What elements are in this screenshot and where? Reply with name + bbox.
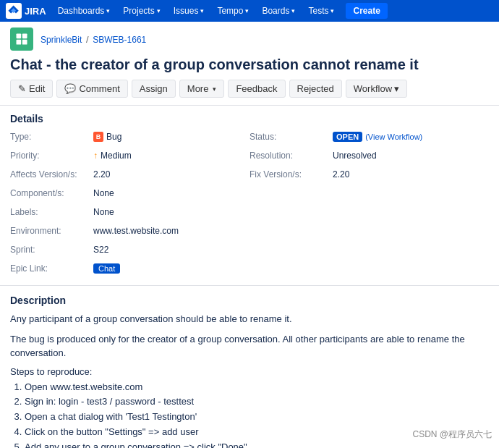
breadcrumb-issue-id[interactable]: SBWEB-1661 — [93, 35, 146, 45]
jira-text: JIRA — [25, 6, 46, 17]
more-caret-icon: ▾ — [213, 85, 216, 93]
detail-affects-version: Affects Version/s: 2.20 — [10, 168, 250, 184]
priority-label: Priority: — [10, 151, 93, 161]
detail-sprint: Sprint: S22 — [10, 243, 250, 259]
breadcrumb-area: SprinkleBit / SBWEB-1661 — [0, 22, 499, 54]
assign-label: Assign — [140, 83, 168, 94]
caret-icon: ▾ — [291, 7, 295, 14]
epic-tag[interactable]: Chat — [93, 263, 120, 274]
list-item: Open a chat dialog with 'Test1 Testingto… — [25, 410, 489, 425]
fix-version-value: 2.20 — [333, 169, 349, 179]
comment-button[interactable]: 💬 Comment — [56, 80, 127, 98]
detail-environment: Environment: www.test.website.com — [10, 224, 250, 240]
sprint-label: Sprint: — [10, 245, 93, 255]
nav-issues[interactable]: Issues▾ — [168, 0, 210, 22]
description-heading: Description — [10, 295, 489, 306]
epic-link-value: Chat — [93, 263, 120, 274]
comment-label: Comment — [79, 83, 119, 94]
details-section: Details Type: B Bug Priority: ↑ Medium A… — [0, 106, 499, 286]
nav-dashboards[interactable]: Dashboards▾ — [52, 0, 116, 22]
detail-epic-link: Epic Link: Chat — [10, 262, 250, 278]
detail-status: Status: OPEN (View Workflow) — [250, 130, 489, 146]
issue-title: Chat - the creator of a group conversati… — [0, 54, 499, 80]
workflow-label: Workflow — [354, 83, 392, 94]
caret-icon: ▾ — [200, 7, 204, 14]
more-label: More — [187, 83, 209, 94]
assign-button[interactable]: Assign — [132, 80, 176, 98]
nav-boards[interactable]: Boards▾ — [256, 0, 301, 22]
sprint-value: S22 — [93, 245, 108, 255]
jira-logo-icon — [6, 3, 22, 19]
detail-fix-version: Fix Version/s: 2.20 — [250, 168, 489, 184]
workflow-button[interactable]: Workflow ▾ — [346, 80, 407, 98]
priority-value: ↑ Medium — [93, 151, 132, 161]
svg-rect-1 — [22, 34, 27, 39]
details-left-col: Type: B Bug Priority: ↑ Medium Affects V… — [10, 130, 250, 278]
top-nav: JIRA Dashboards▾ Projects▾ Issues▾ Tempo… — [0, 0, 499, 22]
detail-priority: Priority: ↑ Medium — [10, 149, 250, 165]
action-bar: ✎ Edit 💬 Comment Assign More ▾ Feedback … — [0, 80, 499, 106]
list-item: Click on the button "Settings" => add us… — [25, 425, 489, 440]
caret-icon: ▾ — [245, 7, 249, 14]
detail-type: Type: B Bug — [10, 130, 250, 146]
labels-value: None — [93, 207, 114, 217]
detail-components: Component/s: None — [10, 187, 250, 203]
caret-icon: ▾ — [330, 7, 334, 14]
resolution-label: Resolution: — [250, 151, 333, 161]
description-intro2: The bug is produced only for the creator… — [10, 332, 489, 360]
comment-icon: 💬 — [64, 83, 76, 94]
affects-version-label: Affects Version/s: — [10, 169, 93, 179]
status-value: OPEN (View Workflow) — [333, 132, 422, 142]
status-badge: OPEN — [333, 132, 362, 142]
status-label: Status: — [250, 132, 333, 142]
detail-labels: Labels: None — [10, 206, 250, 221]
jira-logo: JIRA — [6, 3, 46, 19]
rejected-label: Rejected — [297, 83, 334, 94]
workflow-caret-icon: ▾ — [394, 83, 399, 94]
fix-version-label: Fix Version/s: — [250, 169, 333, 179]
project-icon — [10, 28, 33, 51]
environment-value: www.test.website.com — [93, 226, 179, 236]
feedback-button[interactable]: Feedback — [228, 80, 285, 98]
details-grid: Type: B Bug Priority: ↑ Medium Affects V… — [10, 130, 489, 278]
epic-link-label: Epic Link: — [10, 263, 93, 274]
priority-icon: ↑ — [93, 151, 98, 161]
edit-icon: ✎ — [18, 83, 26, 94]
labels-label: Labels: — [10, 207, 93, 217]
caret-icon: ▾ — [157, 7, 161, 14]
list-item: Sign in: login - test3 / password - test… — [25, 394, 489, 410]
breadcrumb-project[interactable]: SprinkleBit — [40, 35, 82, 45]
description-section: Description Any participant of a group c… — [0, 286, 499, 448]
list-item: Open www.test.website.com — [25, 380, 489, 395]
steps-heading: Steps to reproduce: — [10, 366, 489, 377]
list-item: Add any user to a group conversation => … — [25, 440, 489, 448]
breadcrumb-separator: / — [86, 34, 91, 45]
feedback-label: Feedback — [236, 83, 277, 94]
svg-rect-3 — [22, 40, 27, 45]
details-heading: Details — [10, 113, 489, 124]
edit-label: Edit — [29, 83, 45, 94]
environment-label: Environment: — [10, 226, 93, 236]
svg-rect-2 — [17, 40, 22, 45]
bug-icon: B — [93, 132, 103, 142]
nav-tests[interactable]: Tests▾ — [302, 0, 340, 22]
view-workflow-link[interactable]: (View Workflow) — [365, 132, 422, 141]
rejected-button[interactable]: Rejected — [289, 80, 342, 98]
create-button[interactable]: Create — [346, 3, 387, 19]
caret-icon: ▾ — [106, 7, 110, 14]
steps-list: Open www.test.website.com Sign in: login… — [10, 380, 489, 449]
svg-rect-0 — [17, 34, 22, 39]
detail-resolution: Resolution: Unresolved — [250, 149, 489, 165]
nav-projects[interactable]: Projects▾ — [117, 0, 166, 22]
resolution-value: Unresolved — [333, 151, 377, 161]
breadcrumb: SprinkleBit / SBWEB-1661 — [40, 34, 146, 45]
edit-button[interactable]: ✎ Edit — [10, 80, 53, 98]
affects-version-value: 2.20 — [93, 169, 110, 179]
type-value: B Bug — [93, 132, 121, 142]
nav-tempo[interactable]: Tempo▾ — [211, 0, 255, 22]
more-button[interactable]: More ▾ — [179, 80, 225, 98]
components-label: Component/s: — [10, 188, 93, 198]
components-value: None — [93, 188, 114, 198]
description-intro1: Any participant of a group conversation … — [10, 312, 489, 326]
details-right-col: Status: OPEN (View Workflow) Resolution:… — [250, 130, 489, 278]
